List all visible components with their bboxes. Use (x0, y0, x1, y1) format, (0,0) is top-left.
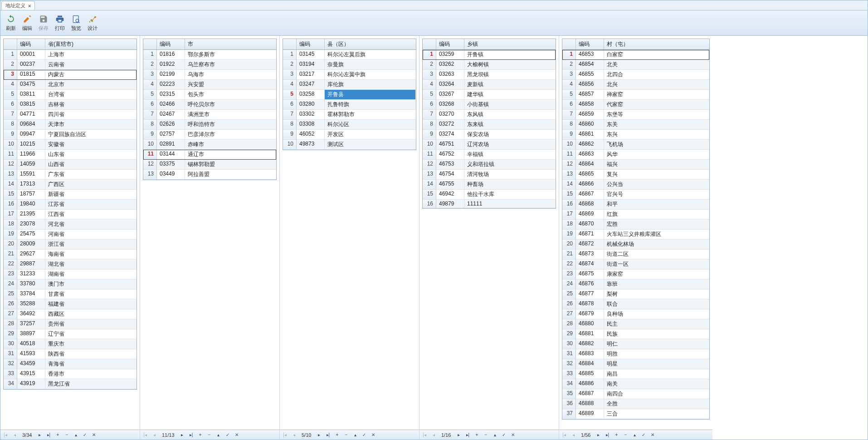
pager-cancel-icon[interactable]: ✕ (370, 432, 376, 438)
table-row[interactable]: 1446866公兴当 (562, 180, 709, 190)
table-row[interactable]: 2546877梨树 (562, 289, 709, 299)
pager-remove-icon[interactable]: − (622, 432, 629, 438)
table-row[interactable]: 503258开鲁县 (283, 90, 416, 100)
header-name[interactable]: 乡镇 (464, 39, 537, 49)
table-row[interactable]: 402223兴安盟 (143, 80, 276, 90)
pager-first-icon[interactable]: |◂ (282, 432, 288, 438)
table-row[interactable]: 1103144通辽市 (143, 150, 276, 160)
pager-up-icon[interactable]: ▴ (73, 432, 79, 438)
table-row[interactable]: 503267建华镇 (423, 90, 556, 100)
table-row[interactable]: 203194奈曼旗 (283, 60, 416, 70)
table-row[interactable]: 1346865复兴 (562, 170, 709, 180)
table-row[interactable]: 3046882明仁 (562, 339, 709, 349)
table-row[interactable]: 1646868和平 (562, 200, 709, 210)
table-row[interactable]: 1746869红旗 (562, 210, 709, 220)
header-rownum[interactable] (562, 39, 576, 49)
pager-check-icon[interactable]: ✓ (82, 432, 88, 438)
pager-first-icon[interactable]: |◂ (2, 432, 9, 438)
table-row[interactable]: 1619840江苏省 (4, 200, 137, 210)
header-code[interactable]: 编码 (576, 39, 604, 49)
grid[interactable]: 编码县（区）103145科尔沁左翼后旗203194奈曼旗303217科尔沁左翼中… (283, 39, 416, 150)
table-row[interactable]: 1046862飞机场 (562, 140, 709, 150)
table-row[interactable]: 803272东来镇 (423, 120, 556, 130)
pager-prev-icon[interactable]: ◂ (570, 432, 576, 438)
pager-prev-icon[interactable]: ◂ (151, 432, 157, 438)
table-row[interactable]: 3146883明胜 (562, 349, 709, 359)
table-row[interactable]: 3141593陕西省 (4, 349, 137, 359)
pager-remove-icon[interactable]: − (343, 432, 349, 438)
table-row[interactable]: 1417313广西区 (4, 180, 137, 190)
design-button[interactable]: 设计 (85, 12, 100, 34)
table-row[interactable]: 1002891赤峰市 (143, 140, 276, 150)
close-icon[interactable]: × (28, 3, 31, 9)
table-row[interactable]: 3243459青海省 (4, 359, 137, 369)
table-row[interactable]: 1721395江西省 (4, 210, 137, 220)
table-row[interactable]: 909947宁夏回族自治区 (4, 130, 137, 140)
pager-remove-icon[interactable]: − (483, 432, 489, 438)
table-row[interactable]: 546857禅家窑 (562, 90, 709, 100)
table-row[interactable]: 903274保安农场 (423, 130, 556, 140)
pager-cancel-icon[interactable]: ✕ (234, 432, 240, 438)
table-row[interactable]: 1518757新疆省 (4, 190, 137, 200)
table-row[interactable]: 446856北兴 (562, 80, 709, 90)
pager-prev-icon[interactable]: ◂ (430, 432, 437, 438)
table-row[interactable]: 703270东风镇 (423, 110, 556, 120)
table-row[interactable]: 646858代家窑 (562, 100, 709, 110)
table-row[interactable]: 1546867官兴号 (562, 190, 709, 200)
pager-last-icon[interactable]: ▸| (45, 432, 52, 438)
table-row[interactable]: 3446886南关 (562, 379, 709, 389)
table-row[interactable]: 602466呼伦贝尔市 (143, 100, 276, 110)
table-row[interactable]: 146853白家窑 (562, 50, 709, 60)
pager-remove-icon[interactable]: − (63, 432, 70, 438)
table-row[interactable]: 1925475河南省 (4, 230, 137, 240)
table-row[interactable]: 2446876靠班 (562, 279, 709, 289)
table-row[interactable]: 303217科尔沁左翼中旗 (283, 70, 416, 80)
table-row[interactable]: 403264麦新镇 (423, 80, 556, 90)
table-row[interactable]: 2646878联合 (562, 299, 709, 309)
table-row[interactable]: 3346885南昌 (562, 369, 709, 379)
header-code[interactable]: 编码 (157, 39, 185, 49)
table-row[interactable]: 1010215安徽省 (4, 140, 137, 150)
pager-add-icon[interactable]: + (613, 432, 619, 438)
pager-cancel-icon[interactable]: ✕ (649, 432, 656, 438)
edit-button[interactable]: 编辑 (20, 12, 35, 34)
pager-last-icon[interactable]: ▸| (188, 432, 195, 438)
table-row[interactable]: 2938897辽宁省 (4, 329, 137, 339)
pager-up-icon[interactable]: ▴ (492, 432, 498, 438)
header-name[interactable]: 村（屯） (604, 39, 680, 49)
table-row[interactable]: 2946881民族 (562, 329, 709, 339)
table-row[interactable]: 301815内蒙古 (4, 70, 137, 80)
table-row[interactable]: 2736492西藏区 (4, 309, 137, 319)
tab-address-def[interactable]: 地址定义 × (1, 1, 35, 10)
header-name[interactable]: 省(直辖市) (45, 39, 120, 49)
grid[interactable]: 编码乡镇103259开鲁镇203262大榆树镇303263黑龙坝镇403264麦… (422, 39, 556, 209)
header-code[interactable]: 编码 (436, 39, 464, 49)
table-row[interactable]: 1303449阿拉善盟 (143, 170, 276, 180)
table-row[interactable]: 1446755种畜场 (423, 180, 556, 190)
table-row[interactable]: 603280扎鲁特旗 (283, 100, 416, 110)
table-row[interactable]: 2433780澳门市 (4, 279, 137, 289)
table-row[interactable]: 100001上海市 (4, 50, 137, 60)
pager-cancel-icon[interactable]: ✕ (510, 432, 516, 438)
table-row[interactable]: 1315591广东省 (4, 170, 137, 180)
table-row[interactable]: 3246884明星 (562, 359, 709, 369)
table-row[interactable]: 200237云南省 (4, 60, 137, 70)
table-row[interactable]: 3343915香港市 (4, 369, 137, 379)
table-row[interactable]: 403475北京市 (4, 80, 137, 90)
print-button[interactable]: 打印 (52, 12, 68, 34)
table-row[interactable]: 303263黑龙坝镇 (423, 70, 556, 80)
table-row[interactable]: 246854北关 (562, 60, 709, 70)
pager-check-icon[interactable]: ✓ (640, 432, 647, 438)
table-row[interactable]: 2246874街道一区 (562, 259, 709, 269)
table-row[interactable]: 2635288福建省 (4, 299, 137, 309)
table-row[interactable]: 1214059山西省 (4, 160, 137, 170)
pager-next-icon[interactable]: ▸ (595, 432, 601, 438)
table-row[interactable]: 946861东兴 (562, 130, 709, 140)
header-name[interactable]: 市 (185, 39, 257, 49)
table-row[interactable]: 802626呼和浩特市 (143, 120, 276, 130)
header-code[interactable]: 编码 (297, 39, 325, 49)
table-row[interactable]: 164987911111 (423, 200, 556, 208)
pager-next-icon[interactable]: ▸ (36, 432, 43, 438)
table-row[interactable]: 2837257贵州省 (4, 319, 137, 329)
table-row[interactable]: 603815吉林省 (4, 100, 137, 110)
